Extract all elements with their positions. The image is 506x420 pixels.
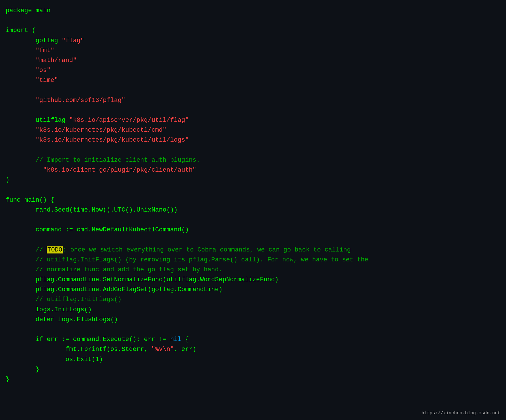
code-line [6, 215, 500, 225]
code-line: // Import to initialize client auth plug… [6, 155, 500, 165]
code-line [6, 16, 500, 25]
code-line: goflag "flag" [6, 36, 500, 46]
code-line: if err := command.Execute(); err != nil … [6, 334, 500, 344]
code-line: rand.Seed(time.Now().UTC().UnixNano()) [6, 205, 500, 215]
code-line: package main [6, 6, 500, 16]
code-line [6, 325, 500, 334]
code-line [6, 105, 500, 115]
code-container: package main import ( goflag "flag" "fmt… [6, 6, 500, 384]
code-line: pflag.CommandLine.AddGoFlagSet(goflag.Co… [6, 285, 500, 295]
code-line: "github.com/spf13/pflag" [6, 95, 500, 105]
code-line: "math/rand" [6, 56, 500, 65]
code-line: "k8s.io/kubernetes/pkg/kubectl/util/logs… [6, 135, 500, 145]
code-line: // normalize func and add the go flag se… [6, 265, 500, 275]
code-line: // utilflag.InitFlags() [6, 295, 500, 304]
code-line: "k8s.io/kubernetes/pkg/kubectl/cmd" [6, 125, 500, 135]
code-line [6, 185, 500, 195]
code-line [6, 86, 500, 95]
code-line: import ( [6, 25, 500, 35]
code-line: defer logs.FlushLogs() [6, 315, 500, 325]
code-line: ) [6, 175, 500, 185]
footer-url: https://xinchen.blog.csdn.net [422, 410, 500, 417]
code-line: utilflag "k8s.io/apiserver/pkg/util/flag… [6, 115, 500, 125]
code-line: os.Exit(1) [6, 355, 500, 364]
code-line: fmt.Fprintf(os.Stderr, "%v\n", err) [6, 344, 500, 354]
code-line: "os" [6, 65, 500, 75]
code-line: } [6, 374, 500, 384]
code-line: pflag.CommandLine.SetNormalizeFunc(utilf… [6, 275, 500, 285]
code-line: // TODO: once we switch everything over … [6, 245, 500, 255]
code-line: } [6, 364, 500, 374]
code-line: func main() { [6, 195, 500, 205]
code-line: logs.InitLogs() [6, 305, 500, 315]
code-line: "time" [6, 75, 500, 85]
code-line: command := cmd.NewDefaultKubectlCommand(… [6, 225, 500, 235]
code-line: // utilflag.InitFlags() (by removing its… [6, 255, 500, 265]
code-line [6, 235, 500, 245]
code-line: _ "k8s.io/client-go/plugin/pkg/client/au… [6, 165, 500, 175]
code-line: "fmt" [6, 46, 500, 56]
code-line [6, 145, 500, 155]
